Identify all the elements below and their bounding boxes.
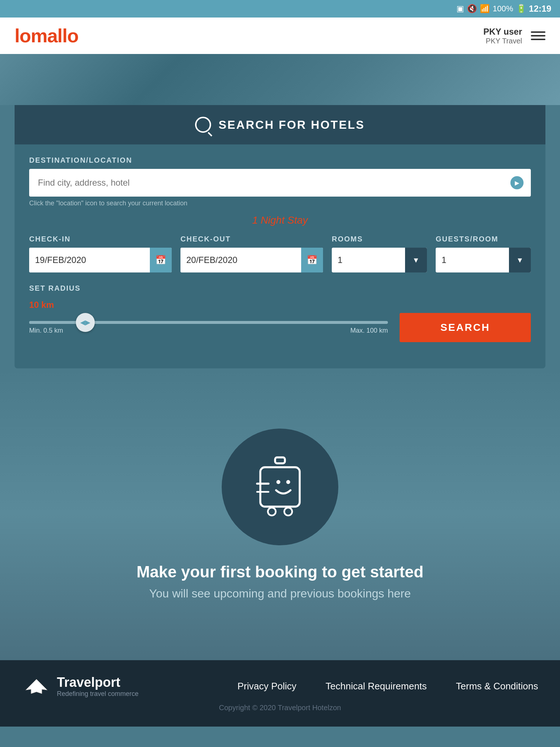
status-time: 12:19 (529, 4, 551, 14)
search-icon (195, 117, 211, 133)
background-area (0, 54, 560, 105)
slider-track: ◀▶ (29, 321, 388, 324)
hamburger-line-3 (531, 39, 545, 40)
status-bar: ▣ 🔇 📶 100% 🔋 12:19 (0, 0, 560, 18)
search-title: SEARCH FOR HOTELS (218, 118, 365, 132)
night-stay-label: 1 Night Stay (29, 214, 531, 226)
rooms-field: ROOMS 1 ▼ (332, 235, 427, 272)
luggage-illustration (247, 454, 313, 520)
destination-label: DESTINATION/LOCATION (29, 156, 531, 165)
destination-input[interactable] (29, 169, 531, 197)
location-hint: Click the "location" icon to search your… (29, 200, 531, 207)
logo: lomallo (15, 25, 78, 47)
guests-select-wrap: 1 ▼ (436, 248, 531, 272)
svg-rect-1 (260, 467, 300, 507)
guests-label: GUESTS/ROOM (436, 235, 531, 243)
svg-point-5 (286, 480, 290, 484)
svg-point-7 (284, 507, 292, 515)
radius-section: SET RADIUS 10 km (29, 284, 531, 310)
guests-value: 1 (436, 248, 509, 272)
location-icon[interactable] (510, 176, 524, 189)
radius-label: SET RADIUS (29, 284, 81, 293)
date-rooms-row: CHECK-IN 📅 CHECK-OUT 📅 ROO (29, 235, 531, 272)
header: lomallo PKY user PKY Travel (0, 18, 560, 54)
svg-point-4 (276, 480, 280, 484)
travelport-logo-icon (22, 676, 51, 697)
checkin-input[interactable] (29, 248, 150, 272)
luggage-icon-container (222, 429, 338, 545)
travelport-name: Travelport (57, 675, 139, 690)
checkin-label: CHECK-IN (29, 235, 172, 243)
guests-dropdown-button[interactable]: ▼ (509, 248, 531, 272)
sim-icon: ▣ (456, 4, 464, 13)
svg-point-6 (268, 507, 276, 515)
checkin-calendar-icon: 📅 (155, 255, 166, 265)
battery-label: 100% (493, 4, 513, 13)
technical-requirements-link[interactable]: Technical Requirements (326, 681, 427, 692)
radius-slider-container: ◀▶ Min. 0.5 km Max. 100 km (29, 321, 388, 334)
rooms-dropdown-button[interactable]: ▼ (405, 248, 427, 272)
terms-conditions-link[interactable]: Terms & Conditions (456, 681, 538, 692)
menu-button[interactable] (531, 31, 545, 40)
search-section: SEARCH FOR HOTELS DESTINATION/LOCATION C… (15, 105, 545, 368)
slider-max-label: Max. 100 km (350, 327, 388, 334)
hamburger-line-2 (531, 35, 545, 36)
checkout-input-wrap: 📅 (180, 248, 323, 272)
rooms-value: 1 (332, 248, 405, 272)
wifi-icon: 📶 (480, 4, 490, 13)
footer-links: Privacy Policy Technical Requirements Te… (237, 681, 538, 692)
search-header: SEARCH FOR HOTELS (15, 105, 545, 144)
user-company: PKY Travel (483, 37, 522, 45)
user-info: PKY user PKY Travel (483, 27, 522, 45)
svg-rect-0 (275, 457, 285, 463)
travelport-logo: Travelport Redefining travel commerce (22, 675, 139, 698)
checkin-field: CHECK-IN 📅 (29, 235, 172, 272)
travelport-text: Travelport Redefining travel commerce (57, 675, 139, 698)
footer: Travelport Redefining travel commerce Pr… (0, 660, 560, 727)
checkout-calendar-button[interactable]: 📅 (301, 248, 323, 272)
empty-state-title: Make your first booking to get started (136, 563, 423, 581)
footer-main: Travelport Redefining travel commerce Pr… (22, 675, 538, 698)
slider-min-label: Min. 0.5 km (29, 327, 63, 334)
checkout-field: CHECK-OUT 📅 (180, 235, 323, 272)
radius-value: 10 km (29, 300, 531, 310)
search-button[interactable]: SEARCH (400, 313, 531, 342)
rooms-select-wrap: 1 ▼ (332, 248, 427, 272)
search-body: DESTINATION/LOCATION Click the "location… (15, 144, 545, 354)
empty-state-subtitle: You will see upcoming and previous booki… (149, 587, 411, 600)
status-icons: ▣ 🔇 📶 100% 🔋 12:19 (456, 4, 551, 14)
guests-dropdown-icon: ▼ (516, 256, 524, 264)
battery-icon: 🔋 (516, 4, 526, 13)
footer-copyright: Copyright © 2020 Travelport Hotelzon (22, 704, 538, 712)
checkout-input[interactable] (180, 248, 301, 272)
travelport-tagline: Redefining travel commerce (57, 690, 139, 698)
checkin-input-wrap: 📅 (29, 248, 172, 272)
user-name: PKY user (483, 27, 522, 37)
header-right: PKY user PKY Travel (483, 27, 545, 45)
rooms-label: ROOMS (332, 235, 427, 243)
checkout-label: CHECK-OUT (180, 235, 323, 243)
rooms-dropdown-icon: ▼ (412, 256, 420, 264)
radius-header: SET RADIUS (29, 284, 531, 297)
slider-arrows-icon: ◀▶ (80, 318, 90, 326)
slider-fill (29, 321, 83, 324)
guests-field: GUESTS/ROOM 1 ▼ (436, 235, 531, 272)
checkin-calendar-button[interactable]: 📅 (150, 248, 172, 272)
radius-slider-thumb[interactable]: ◀▶ (76, 313, 95, 332)
mute-icon: 🔇 (467, 4, 477, 13)
svg-marker-8 (26, 679, 47, 694)
destination-field (29, 169, 531, 197)
hamburger-line-1 (531, 31, 545, 33)
radius-search-row: ◀▶ Min. 0.5 km Max. 100 km SEARCH (29, 313, 531, 342)
checkout-calendar-icon: 📅 (307, 255, 318, 265)
privacy-policy-link[interactable]: Privacy Policy (237, 681, 296, 692)
empty-state-section: Make your first booking to get started Y… (0, 368, 560, 660)
